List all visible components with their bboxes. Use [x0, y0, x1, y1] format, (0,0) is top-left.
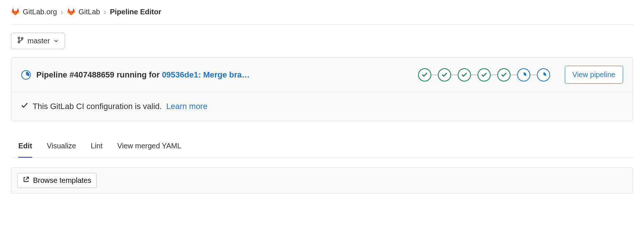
gitlab-logo-icon [11, 7, 20, 16]
stage-connector [451, 75, 458, 75]
branch-selector[interactable]: master [11, 33, 65, 49]
stage-connector [491, 75, 497, 75]
tab-lint[interactable]: Lint [91, 140, 102, 158]
external-link-icon [23, 176, 29, 185]
commit-link[interactable]: 09536de1: Merge bra… [162, 70, 250, 79]
breadcrumb: GitLab.org › GitLab › Pipeline Editor [11, 7, 633, 25]
stage-pass-icon[interactable] [458, 68, 471, 82]
browse-templates-label: Browse templates [33, 176, 91, 185]
branch-icon [17, 37, 24, 45]
breadcrumb-item-gitlab-org[interactable]: GitLab.org [11, 7, 57, 16]
pipeline-status-card: Pipeline #407488659 running for 09536de1… [11, 57, 633, 121]
pipeline-status-text: Pipeline #407488659 running for 09536de1… [36, 70, 250, 80]
stage-connector [530, 75, 537, 75]
pipeline-status-row: Pipeline #407488659 running for 09536de1… [11, 58, 633, 92]
svg-point-0 [18, 37, 20, 39]
stage-connector [471, 75, 477, 75]
view-pipeline-button[interactable]: View pipeline [565, 66, 623, 84]
breadcrumb-label: GitLab [78, 8, 100, 16]
breadcrumb-label: GitLab.org [23, 8, 57, 16]
breadcrumb-separator-icon: › [61, 8, 63, 16]
stage-pass-icon[interactable] [418, 68, 431, 82]
editor-panel: Browse templates [11, 167, 633, 193]
browse-templates-button[interactable]: Browse templates [17, 173, 97, 188]
tab-view-merged-yaml[interactable]: View merged YAML [117, 140, 182, 158]
pipeline-running-icon [21, 70, 31, 80]
stage-running-icon[interactable] [517, 68, 530, 82]
pipeline-stages [418, 68, 550, 82]
breadcrumb-item-current: Pipeline Editor [110, 8, 161, 16]
check-icon [21, 102, 28, 111]
breadcrumb-item-gitlab[interactable]: GitLab [67, 7, 100, 16]
breadcrumb-separator-icon: › [104, 8, 106, 16]
stage-connector [431, 75, 438, 75]
tab-edit[interactable]: Edit [18, 140, 32, 158]
chevron-down-icon [54, 37, 59, 45]
stage-pass-icon[interactable] [497, 68, 511, 82]
ci-validation-row: This GitLab CI configuration is valid. L… [11, 92, 633, 121]
stage-pass-icon[interactable] [438, 68, 451, 82]
editor-tabs: EditVisualizeLintView merged YAML [11, 140, 633, 158]
stage-pass-icon[interactable] [477, 68, 491, 82]
gitlab-logo-icon [67, 7, 76, 16]
stage-running-icon[interactable] [537, 68, 550, 82]
tab-visualize[interactable]: Visualize [47, 140, 76, 158]
validation-message: This GitLab CI configuration is valid. [33, 102, 162, 111]
stage-connector [511, 75, 517, 75]
learn-more-link[interactable]: Learn more [166, 102, 208, 111]
branch-name: master [28, 37, 50, 45]
breadcrumb-label: Pipeline Editor [110, 8, 161, 16]
